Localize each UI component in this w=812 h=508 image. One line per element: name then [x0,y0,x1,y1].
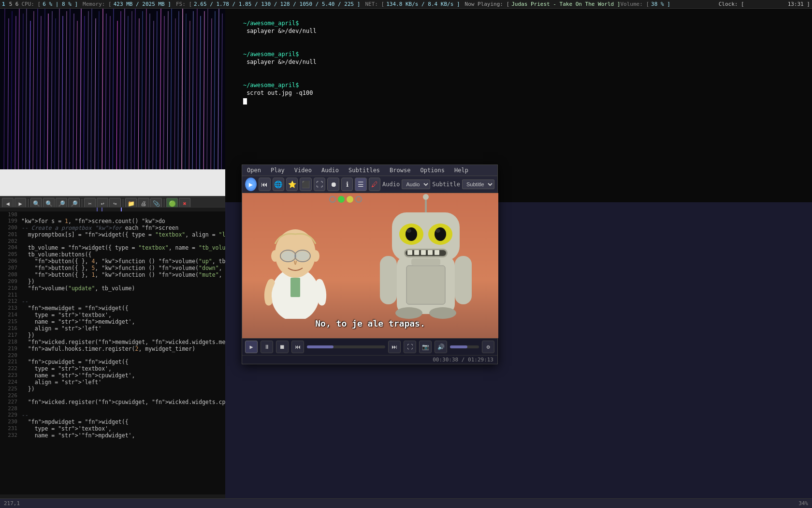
nowplaying-value: Judas Priest - Take On The World ] [511,1,620,7]
cursor-position: 217,1 [4,500,20,507]
code-line: 228 [0,405,225,412]
line-number: 213 [2,305,17,312]
line-number: 231 [2,425,17,432]
svg-rect-73 [406,266,445,304]
line-content: type = "str">'textbox', [21,365,112,372]
svg-point-80 [435,229,440,233]
svg-point-69 [271,250,279,262]
code-line: 206 "fn">button({ }, 4, "kw">function ()… [0,258,225,265]
stop-button[interactable]: ⏹ [276,341,289,353]
line-content: "fn">wicked.register("fn">memwidget, "fn… [21,339,225,345]
code-line: 210 "fn">volume("update", tb_volume) [0,285,225,292]
line-content: type = "str">'textbox', [21,425,112,432]
time-current: 00:30:38 [433,357,458,363]
line-number: 201 [2,231,17,238]
line-number: 226 [2,392,17,399]
mp-menu-open[interactable]: Open [245,166,263,175]
code-line: 217 }) [0,332,225,339]
mp-tb-info[interactable]: ℹ [341,178,353,191]
line-content: "kw">for s = 1, "fn">screen.count() "kw"… [21,218,165,224]
mp-menu-subtitles[interactable]: Subtitles [347,166,382,175]
line-number: 220 [2,352,17,359]
clock-label: Clock: [ [719,1,744,7]
ind-dot-3 [347,196,353,203]
mp-tb-globe[interactable]: 🌐 [273,178,284,191]
mp-tb-record[interactable]: ⏺ [327,178,339,191]
terminal-line-1: ~/awesome_april$ saplayer &>/dev/null [229,12,808,43]
line-number: 198 [2,211,17,218]
settings-button[interactable]: ⚙ [482,341,494,353]
mem-value: 423 MB / 2025 MB ] [114,1,171,7]
mp-menu-audio[interactable]: Audio [319,166,341,175]
code-line: 208 "fn">button({ }, 1, "kw">function ()… [0,271,225,278]
mp-tb-prev[interactable]: ⏮ [259,178,270,191]
line-content: name = "str">'"fn">cpuwidget', [21,372,135,379]
mp-menu-play[interactable]: Play [269,166,287,175]
play-button[interactable]: ▶ [245,341,258,353]
code-line: 201 mypromptbox[s] = "fn">widget({ type … [0,231,225,238]
line-number: 214 [2,312,17,318]
fullscreen-button[interactable]: ⛶ [404,341,416,353]
svg-rect-92 [411,258,440,266]
ind-dot-2 [338,196,345,203]
cpu-label: CPU: [ [22,1,41,7]
bender-character [377,193,474,324]
mp-menu-options[interactable]: Options [418,166,447,175]
code-line: 202 [0,238,225,244]
mp-menubar: Open Play Video Audio Subtitles Browse O… [242,165,497,176]
cpu-value: 6 % | 8 % ] [43,1,78,7]
pause-button[interactable]: ⏸ [261,341,273,353]
mp-menu-help[interactable]: Help [452,166,470,175]
next-button[interactable]: ⏭ [388,341,401,353]
terminal-prompt-2: ~/awesome_april$ [243,51,299,58]
mp-menu-video[interactable]: Video [292,166,314,175]
mute-button[interactable]: 🔊 [435,341,447,353]
line-content: name = "str">'"fn">mpdwidget', [21,432,135,439]
svg-rect-90 [380,256,397,304]
line-number: 232 [2,432,17,439]
svg-rect-71 [290,278,300,297]
timeline-marker3 [121,208,122,211]
vol-value: 38 % ] [651,1,670,7]
screenshot-button[interactable]: 📷 [419,341,432,353]
mp-tb-screen[interactable]: ⬛ [300,178,311,191]
progress-bar[interactable] [307,345,385,348]
code-editor-content: 198199"kw">for s = 1, "fn">screen.count(… [0,211,225,498]
line-content: -- [21,412,28,418]
net-label: NET: [ [365,1,384,7]
line-content: }) [21,332,35,339]
code-line: 219 "fn">awful.hooks.timer.register(2, m… [0,345,225,352]
mp-tb-list[interactable]: ☰ [355,178,366,191]
svg-point-67 [281,251,295,261]
progress-fill [307,345,334,348]
prev-button[interactable]: ⏮ [291,341,304,353]
code-line: 209 }) [0,278,225,285]
line-content: "fn">wicked.register("fn">cpuwidget, "fn… [21,399,225,405]
wallpaper [0,9,225,178]
code-line: 229-- [0,412,225,418]
line-number: 228 [2,405,17,412]
code-line: 215 name = "str">'"fn">memwidget', [0,318,225,325]
terminal-prompt-1: ~/awesome_april$ [243,20,299,27]
audio-select[interactable]: Audio [402,179,430,189]
mp-tb-star[interactable]: ⭐ [286,178,298,191]
mp-tb-marker[interactable]: 🖊 [369,178,380,191]
nowplaying-label: Now Playing: [ [465,1,510,7]
svg-rect-87 [421,250,426,255]
fs-label: FS: [ [176,1,192,7]
mp-tb-fullscreen[interactable]: ⛶ [314,178,325,191]
white-rect [0,169,225,196]
line-content: mypromptbox[s] = "fn">widget({ type = "t… [21,231,225,238]
horizontal-scrollbar[interactable] [0,494,225,498]
terminal-cursor [243,98,247,105]
svg-point-94 [429,307,456,319]
line-number: 207 [2,265,17,271]
code-line: 198 [0,211,225,218]
mp-menu-browse[interactable]: Browse [388,166,412,175]
terminal-line-2: ~/awesome_april$ saplayer &>/dev/null [229,43,808,74]
wallpaper-svg [0,9,225,178]
mp-audio-controls: Audio Audio Subtitle Subtitle [382,179,494,189]
subtitle-select[interactable]: Subtitle [462,179,494,189]
volume-bar[interactable] [450,345,479,348]
code-line: 223 name = "str">'"fn">cpuwidget', [0,372,225,379]
